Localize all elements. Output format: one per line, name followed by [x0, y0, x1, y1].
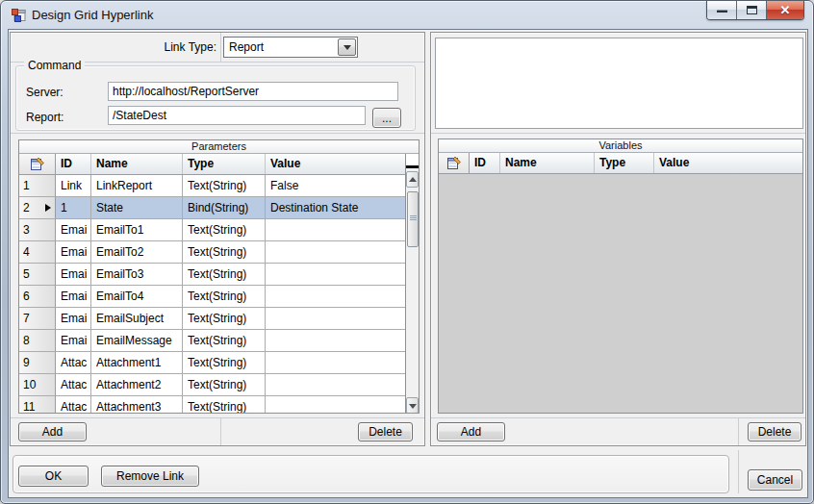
remove-link-button[interactable]: Remove Link: [101, 466, 199, 487]
grid-cell-name[interactable]: Attachment2: [91, 374, 183, 396]
grid-cell-name[interactable]: Attachment3: [91, 396, 183, 414]
grid-cell-type[interactable]: Text(String): [183, 175, 266, 197]
table-row[interactable]: 4EmaiEmailTo2Text(String): [19, 241, 405, 264]
grid-cell-type[interactable]: Text(String): [183, 374, 266, 396]
grid-cell-value[interactable]: Destination State: [266, 197, 405, 219]
close-button[interactable]: ✕: [767, 1, 803, 19]
grid-glyph-icon: [446, 156, 462, 171]
table-row[interactable]: 8EmaiEmailMessageText(String): [19, 330, 405, 352]
grid-cell-id[interactable]: Emai: [56, 308, 91, 330]
row-header-cell[interactable]: 10: [19, 374, 56, 396]
grid-cell-name[interactable]: EmailMessage: [91, 330, 183, 352]
table-row[interactable]: 1LinkLinkReportText(String)False: [19, 175, 405, 197]
minimize-button[interactable]: [707, 1, 737, 19]
table-row[interactable]: 9AttacAttachment1Text(String): [19, 352, 405, 374]
grid-cell-id[interactable]: Emai: [56, 241, 91, 264]
grid-cell-id[interactable]: Emai: [56, 219, 91, 241]
grid-cell-name[interactable]: EmailTo1: [91, 219, 183, 241]
browse-report-button[interactable]: ...: [372, 108, 401, 128]
cancel-button[interactable]: Cancel: [748, 469, 802, 491]
table-row[interactable]: 7EmaiEmailSubjectText(String): [19, 308, 405, 330]
divider: [431, 417, 805, 418]
row-header-cell[interactable]: 7: [19, 308, 56, 330]
grid-cell-value[interactable]: False: [266, 175, 405, 197]
grid-cell-value[interactable]: [266, 308, 405, 330]
row-header-cell[interactable]: 1: [19, 175, 56, 197]
column-header-type[interactable]: Type: [595, 153, 654, 173]
grid-cell-name[interactable]: EmailTo4: [91, 286, 183, 308]
link-type-dropdown-button[interactable]: [338, 38, 356, 56]
table-row[interactable]: 11AttacAttachment3Text(String): [19, 396, 405, 414]
grid-cell-name[interactable]: State: [91, 197, 183, 219]
ok-button[interactable]: OK: [18, 466, 89, 487]
grid-cell-value[interactable]: [266, 352, 405, 374]
grid-cell-name[interactable]: EmailTo3: [91, 264, 183, 286]
grid-cell-name[interactable]: Attachment1: [91, 352, 183, 374]
row-header-cell[interactable]: 6: [19, 286, 56, 308]
grid-cell-type[interactable]: Text(String): [183, 352, 266, 374]
grid-cell-value[interactable]: [266, 219, 405, 241]
grid-cell-value[interactable]: [266, 286, 405, 308]
select-all-header-cell[interactable]: [439, 153, 470, 173]
grid-cell-value[interactable]: [266, 330, 405, 352]
column-header-name[interactable]: Name: [91, 154, 183, 174]
variables-add-button[interactable]: Add: [437, 422, 505, 441]
grid-cell-value[interactable]: [266, 264, 405, 286]
grid-cell-id[interactable]: Attac: [56, 352, 91, 374]
variables-delete-button[interactable]: Delete: [748, 422, 801, 441]
row-header-cell[interactable]: 3: [19, 219, 56, 241]
grid-cell-type[interactable]: Text(String): [183, 241, 266, 264]
variables-grid-caption: Variables: [439, 139, 802, 153]
grid-cell-type[interactable]: Text(String): [183, 396, 266, 414]
column-header-type[interactable]: Type: [183, 154, 266, 174]
grid-cell-id[interactable]: Attac: [56, 374, 91, 396]
grid-cell-id[interactable]: Attac: [56, 396, 91, 414]
maximize-button[interactable]: [737, 1, 767, 19]
grid-cell-name[interactable]: EmailSubject: [91, 308, 183, 330]
grid-cell-value[interactable]: [266, 374, 405, 396]
grid-cell-name[interactable]: EmailTo2: [91, 241, 183, 264]
row-header-cell[interactable]: 11: [19, 396, 56, 414]
column-header-id[interactable]: ID: [470, 153, 500, 173]
row-header-cell[interactable]: 9: [19, 352, 56, 374]
grid-cell-value[interactable]: [266, 396, 405, 414]
scrollbar-thumb[interactable]: [407, 191, 419, 247]
command-groupbox-title: Command: [24, 59, 85, 72]
parameters-scrollbar[interactable]: [405, 154, 419, 414]
grid-cell-type[interactable]: Text(String): [183, 308, 266, 330]
row-header-cell[interactable]: 4: [19, 241, 56, 264]
grid-cell-id[interactable]: 1: [56, 197, 91, 219]
grid-cell-type[interactable]: Bind(String): [183, 197, 266, 219]
table-row[interactable]: 5EmaiEmailTo3Text(String): [19, 264, 405, 286]
table-row[interactable]: 3EmaiEmailTo1Text(String): [19, 219, 405, 241]
link-type-select[interactable]: Report: [223, 37, 358, 58]
grid-cell-id[interactable]: Emai: [56, 286, 91, 308]
grid-cell-id[interactable]: Link: [56, 175, 91, 197]
table-row[interactable]: 21StateBind(String)Destination State: [19, 197, 405, 219]
report-input[interactable]: [108, 106, 366, 125]
column-header-value[interactable]: Value: [654, 153, 802, 173]
select-all-header-cell[interactable]: [19, 154, 56, 174]
parameters-add-button[interactable]: Add: [18, 422, 87, 441]
column-header-value[interactable]: Value: [266, 154, 405, 174]
grid-cell-type[interactable]: Text(String): [183, 286, 266, 308]
row-header-cell[interactable]: 2: [19, 197, 56, 219]
server-input[interactable]: [108, 82, 398, 101]
table-row[interactable]: 6EmaiEmailTo4Text(String): [19, 286, 405, 308]
grid-cell-id[interactable]: Emai: [56, 330, 91, 352]
row-header-cell[interactable]: 5: [19, 264, 56, 286]
column-header-id[interactable]: ID: [56, 154, 91, 174]
grid-cell-id[interactable]: Emai: [56, 264, 91, 286]
grid-cell-type[interactable]: Text(String): [183, 264, 266, 286]
scroll-up-button[interactable]: [406, 171, 419, 188]
scroll-down-button[interactable]: [406, 397, 419, 414]
table-row[interactable]: 10AttacAttachment2Text(String): [19, 374, 405, 396]
titlebar[interactable]: Design Grid Hyperlink ✕: [1, 1, 813, 30]
parameters-delete-button[interactable]: Delete: [358, 422, 413, 441]
grid-cell-type[interactable]: Text(String): [183, 219, 266, 241]
grid-cell-type[interactable]: Text(String): [183, 330, 266, 352]
grid-cell-name[interactable]: LinkReport: [91, 175, 183, 197]
row-header-cell[interactable]: 8: [19, 330, 56, 352]
grid-cell-value[interactable]: [266, 241, 405, 264]
column-header-name[interactable]: Name: [500, 153, 595, 173]
